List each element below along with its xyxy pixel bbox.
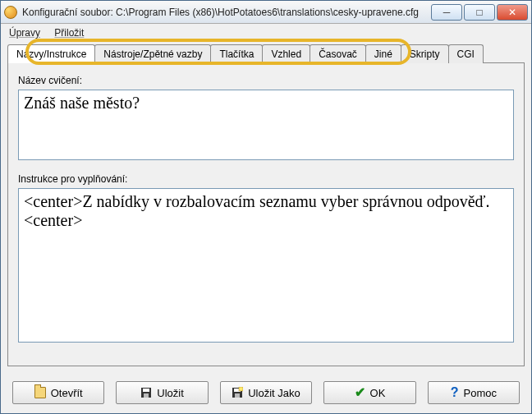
save-as-button-label: Uložit Jako bbox=[248, 387, 300, 399]
svg-rect-5 bbox=[235, 393, 240, 398]
window-title: Konfigurační soubor: C:\Program Files (x… bbox=[22, 7, 429, 18]
help-button[interactable]: ? Pomoc bbox=[428, 381, 520, 404]
app-icon bbox=[4, 6, 17, 19]
help-button-label: Pomoc bbox=[463, 387, 496, 399]
content-area: Názvy/Instrukce Nástroje/Zpětné vazby Tl… bbox=[1, 40, 531, 373]
window-buttons: ─ □ ✕ bbox=[429, 4, 528, 21]
titlebar: Konfigurační soubor: C:\Program Files (x… bbox=[1, 1, 531, 24]
open-button-label: Otevřít bbox=[51, 387, 83, 399]
save-as-icon bbox=[232, 387, 243, 398]
tab-tools-feedback[interactable]: Nástroje/Zpětné vazby bbox=[94, 44, 211, 63]
exercise-title-input[interactable] bbox=[18, 90, 514, 160]
exercise-title-label: Název cvičení: bbox=[18, 75, 514, 86]
instructions-label: Instrukce pro vyplňování: bbox=[18, 173, 514, 185]
svg-rect-6 bbox=[239, 387, 243, 391]
tab-cgi[interactable]: CGI bbox=[448, 44, 484, 63]
save-icon bbox=[140, 387, 152, 398]
tab-appearance[interactable]: Vzhled bbox=[262, 44, 310, 63]
tab-strip: Názvy/Instrukce Nástroje/Zpětné vazby Tl… bbox=[7, 44, 525, 62]
ok-button[interactable]: ✔ OK bbox=[323, 381, 415, 404]
tab-panel: Název cvičení: Instrukce pro vyplňování: bbox=[7, 62, 525, 366]
svg-rect-1 bbox=[143, 389, 149, 392]
ok-button-label: OK bbox=[370, 387, 386, 399]
window-frame: Konfigurační soubor: C:\Program Files (x… bbox=[0, 0, 532, 414]
tab-titles-instructions[interactable]: Názvy/Instrukce bbox=[7, 44, 95, 63]
help-icon: ? bbox=[451, 387, 459, 398]
button-bar: Otevřít Uložit Uložit Jako ✔ OK ? Pomoc bbox=[1, 373, 531, 412]
tab-timer[interactable]: Časovač bbox=[310, 44, 366, 63]
tab-scripts[interactable]: Skripty bbox=[401, 44, 449, 63]
menu-edit[interactable]: Úpravy bbox=[9, 27, 40, 39]
instructions-input[interactable] bbox=[18, 188, 514, 343]
close-button[interactable]: ✕ bbox=[497, 4, 528, 21]
tab-other[interactable]: Jiné bbox=[365, 44, 401, 63]
svg-rect-2 bbox=[144, 393, 149, 398]
open-button[interactable]: Otevřít bbox=[12, 381, 104, 404]
minimize-button[interactable]: ─ bbox=[431, 4, 462, 21]
check-icon: ✔ bbox=[355, 387, 365, 398]
maximize-button[interactable]: □ bbox=[464, 4, 495, 21]
save-button[interactable]: Uložit bbox=[116, 381, 208, 404]
tab-buttons[interactable]: Tlačítka bbox=[210, 44, 263, 63]
menubar: Úpravy Přiložit bbox=[1, 24, 531, 40]
menu-insert[interactable]: Přiložit bbox=[54, 27, 84, 39]
save-button-label: Uložit bbox=[157, 387, 184, 399]
folder-open-icon bbox=[34, 387, 46, 398]
save-as-button[interactable]: Uložit Jako bbox=[220, 381, 312, 404]
